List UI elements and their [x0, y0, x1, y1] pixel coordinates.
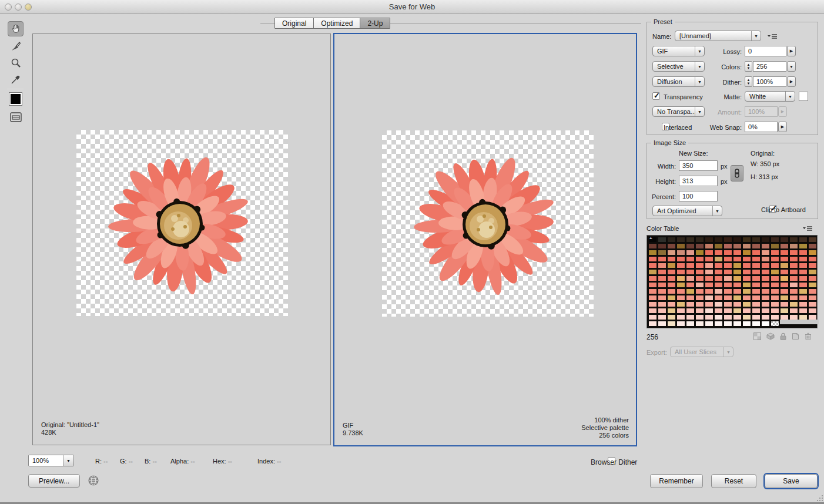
transparency-checkbox[interactable]: [652, 92, 660, 100]
constrain-proportions-button[interactable]: [731, 165, 743, 182]
color-swatch[interactable]: [724, 308, 732, 313]
color-swatch[interactable]: [790, 315, 798, 320]
lossy-field[interactable]: 0: [745, 46, 786, 56]
color-swatch[interactable]: [752, 321, 760, 326]
color-swatch[interactable]: [752, 244, 760, 248]
color-swatch[interactable]: [809, 283, 816, 287]
zoom-level-dropdown[interactable]: 100% ▼: [28, 455, 74, 466]
color-swatch[interactable]: [686, 257, 694, 261]
preview-button[interactable]: Preview...: [28, 474, 80, 488]
color-swatch[interactable]: [771, 276, 779, 281]
color-swatch[interactable]: [649, 276, 656, 281]
color-swatch[interactable]: [733, 270, 741, 274]
trash-icon[interactable]: [805, 332, 812, 340]
width-field[interactable]: 350: [679, 160, 718, 171]
slice-select-tool-button[interactable]: [8, 39, 24, 54]
color-swatch[interactable]: [668, 295, 675, 300]
color-swatch[interactable]: [762, 289, 769, 294]
color-swatch[interactable]: [649, 308, 656, 313]
color-swatch[interactable]: [686, 244, 694, 248]
color-swatch[interactable]: [715, 308, 722, 313]
matte-color-swatch[interactable]: [799, 92, 808, 101]
color-swatch[interactable]: [733, 257, 741, 261]
color-swatch[interactable]: [705, 263, 713, 268]
color-swatch[interactable]: [809, 263, 816, 268]
color-swatch[interactable]: [658, 295, 666, 300]
color-swatch[interactable]: [715, 295, 722, 300]
color-swatch[interactable]: [696, 263, 704, 268]
color-swatch[interactable]: [705, 315, 713, 320]
color-swatch[interactable]: [677, 244, 685, 248]
color-swatch[interactable]: [743, 283, 751, 287]
color-swatch[interactable]: [715, 244, 722, 248]
color-swatch[interactable]: [658, 263, 666, 268]
color-swatch[interactable]: [771, 250, 779, 255]
color-swatch[interactable]: [677, 270, 685, 274]
color-swatch[interactable]: [809, 302, 816, 307]
lossy-slider-button[interactable]: ▶: [787, 46, 796, 56]
eyedropper-color-swatch[interactable]: [9, 92, 22, 106]
color-swatch[interactable]: [799, 237, 807, 242]
color-swatch[interactable]: [649, 257, 656, 261]
zoom-tool-button[interactable]: [8, 55, 24, 70]
hand-tool-button[interactable]: [8, 21, 24, 36]
color-swatch[interactable]: [752, 302, 760, 307]
color-swatch[interactable]: [771, 283, 779, 287]
color-swatch[interactable]: [715, 250, 722, 255]
color-swatch[interactable]: [790, 244, 798, 248]
color-swatch[interactable]: [781, 263, 788, 268]
color-swatch[interactable]: [649, 302, 656, 307]
tab-2up[interactable]: 2-Up: [360, 18, 390, 28]
original-preview-pane[interactable]: Original: "Untitled-1" 428K: [32, 33, 331, 445]
matte-dropdown[interactable]: White ▼: [745, 91, 795, 102]
color-swatch[interactable]: [799, 270, 807, 274]
color-swatch[interactable]: [781, 315, 788, 320]
color-swatch[interactable]: [762, 308, 769, 313]
color-swatch[interactable]: [668, 263, 675, 268]
height-field[interactable]: 313: [679, 176, 718, 186]
color-swatch[interactable]: [686, 315, 694, 320]
color-swatch[interactable]: [771, 244, 779, 248]
color-swatch[interactable]: [668, 276, 675, 281]
color-swatch[interactable]: [668, 315, 675, 320]
color-swatch[interactable]: [668, 270, 675, 274]
color-swatch[interactable]: [724, 321, 732, 326]
color-swatch[interactable]: [743, 237, 751, 242]
color-swatch[interactable]: [724, 244, 732, 248]
color-swatch[interactable]: [649, 315, 656, 320]
color-swatch[interactable]: [677, 250, 685, 255]
color-swatch[interactable]: [724, 237, 732, 242]
remember-button[interactable]: Remember: [650, 474, 703, 488]
color-swatch[interactable]: [649, 263, 656, 268]
eyedropper-tool-button[interactable]: [8, 72, 24, 87]
color-swatch[interactable]: [705, 295, 713, 300]
color-swatch[interactable]: [771, 302, 779, 307]
color-swatch[interactable]: [649, 295, 656, 300]
color-swatch[interactable]: [781, 270, 788, 274]
color-swatch[interactable]: [752, 250, 760, 255]
dither-stepper[interactable]: ▲▼: [745, 76, 752, 87]
color-swatch[interactable]: [790, 237, 798, 242]
color-swatch[interactable]: [762, 283, 769, 287]
color-swatch[interactable]: [790, 257, 798, 261]
color-swatch[interactable]: [705, 270, 713, 274]
color-swatch[interactable]: [696, 283, 704, 287]
color-swatch[interactable]: [668, 257, 675, 261]
color-swatch[interactable]: [715, 263, 722, 268]
color-swatch[interactable]: [696, 270, 704, 274]
color-swatch[interactable]: [668, 321, 675, 326]
web-snap-slider-button[interactable]: ▶: [778, 122, 787, 132]
color-swatch[interactable]: [649, 289, 656, 294]
transparency-dither-dropdown[interactable]: No Transpa... ▼: [652, 106, 705, 117]
color-swatch[interactable]: [733, 302, 741, 307]
color-swatch[interactable]: [668, 250, 675, 255]
color-swatch[interactable]: [790, 295, 798, 300]
color-swatch[interactable]: [677, 302, 685, 307]
color-swatch[interactable]: [677, 263, 685, 268]
color-swatch[interactable]: [696, 289, 704, 294]
color-swatch[interactable]: [715, 315, 722, 320]
color-swatch[interactable]: [762, 250, 769, 255]
color-swatch[interactable]: [733, 289, 741, 294]
color-swatch[interactable]: [781, 257, 788, 261]
color-swatch[interactable]: [752, 257, 760, 261]
